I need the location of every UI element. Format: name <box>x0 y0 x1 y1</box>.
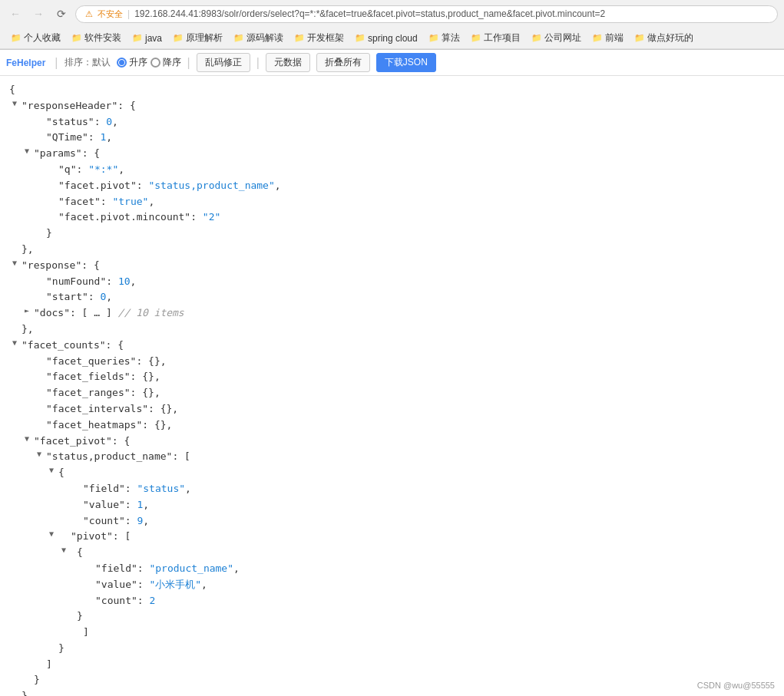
bookmark-springcloud[interactable]: 📁 spring cloud <box>350 31 422 45</box>
garbled-fix-button[interactable]: 乱码修正 <box>197 53 250 72</box>
bookmarks-bar: 📁 个人收藏 📁 软件安装 📁 java 📁 原理解析 📁 源码解读 📁 开发框… <box>0 28 784 49</box>
json-facetheatmaps-line: "facet_heatmaps": {}, <box>9 417 775 434</box>
folder-icon: 📁 <box>233 33 244 43</box>
sort-options: 升序 降序 <box>117 56 181 69</box>
reload-button[interactable]: ⟳ <box>52 5 71 23</box>
json-qtime-line: "QTime": 1, <box>9 130 775 146</box>
json-nested-count-line: "count": 2 <box>9 593 775 609</box>
back-button[interactable]: ← <box>6 5 25 23</box>
bookmark-frontend[interactable]: 📁 前端 <box>587 30 628 46</box>
json-facetcounts-line: ▼ "facet_counts": { <box>9 338 775 354</box>
json-facetintervals-line: "facet_intervals": {}, <box>9 401 775 417</box>
bookmark-label: 工作项目 <box>484 31 521 45</box>
folder-icon: 📁 <box>11 33 22 43</box>
collapse-pivotobj1-btn[interactable]: ▼ <box>46 465 57 476</box>
folder-icon: 📁 <box>592 33 603 43</box>
json-responseheader-close: }, <box>9 242 775 258</box>
bookmark-label: 公司网址 <box>544 31 581 45</box>
json-statuspname-close: ] <box>9 657 775 673</box>
json-innerpivot-line: ▼ "pivot": [ <box>9 529 775 545</box>
json-nested-field-line: "field": "product_name", <box>9 561 775 577</box>
security-icon: ⚠ <box>85 9 93 19</box>
folder-icon: 📁 <box>531 33 542 43</box>
json-pivot-obj1-open: ▼ { <box>9 465 775 481</box>
json-content-area: { ▼ "responseHeader": { "status": 0, "QT… <box>0 76 784 696</box>
folder-icon: 📁 <box>634 33 645 43</box>
collapse-innerpivot-btn[interactable]: ▼ <box>46 529 57 539</box>
json-facetpivot-section-line: ▼ "facet_pivot": { <box>9 434 775 450</box>
collapse-facetpivot-btn[interactable]: ▼ <box>22 434 32 444</box>
sort-desc-option[interactable]: 降序 <box>151 56 181 69</box>
json-innerpivot-close: ] <box>9 625 775 641</box>
security-warning-text: 不安全 <box>98 8 123 20</box>
json-facetpivotmincount-line: "facet.pivot.mincount": "2" <box>9 209 775 226</box>
bookmark-label: 原理解析 <box>186 31 223 45</box>
json-statuspname-line: ▼ "status,product_name": [ <box>9 449 775 465</box>
bookmark-workproject[interactable]: 📁 工作项目 <box>466 30 525 46</box>
expand-docs-btn[interactable]: ► <box>22 305 32 316</box>
folder-icon: 📁 <box>173 33 184 43</box>
bookmark-label: 源码解读 <box>246 31 283 45</box>
collapse-response-btn[interactable]: ▼ <box>9 258 20 269</box>
sort-asc-label: 升序 <box>129 56 147 69</box>
download-json-button[interactable]: 下载JSON <box>376 53 436 72</box>
sort-asc-radio[interactable] <box>117 58 127 68</box>
bookmark-source[interactable]: 📁 源码解读 <box>229 30 288 46</box>
forward-button[interactable]: → <box>29 5 48 23</box>
json-facetqueries-line: "facet_queries": {}, <box>9 354 775 370</box>
address-text: 192.168.244.41:8983/solr/orders/select?q… <box>134 8 605 19</box>
json-pivotobj1-close: } <box>9 641 775 657</box>
json-params-close: } <box>9 226 775 242</box>
json-facetcounts-close: } <box>9 688 775 696</box>
bookmark-algorithm[interactable]: 📁 算法 <box>424 30 465 46</box>
json-nestedpivot-open: ▼ { <box>9 545 775 561</box>
json-numfound-line: "numFound": 10, <box>9 274 775 290</box>
json-value-line: "value": 1, <box>9 497 775 513</box>
bookmark-principle[interactable]: 📁 原理解析 <box>168 30 227 46</box>
json-status-line: "status": 0, <box>9 114 775 130</box>
bookmark-company[interactable]: 📁 公司网址 <box>527 30 586 46</box>
bookmark-java[interactable]: 📁 java <box>127 31 167 45</box>
bookmark-label: 前端 <box>605 31 624 45</box>
folder-icon: 📁 <box>471 33 481 43</box>
folder-icon: 📁 <box>428 33 439 43</box>
json-line-open-brace: { <box>9 82 775 98</box>
collapse-all-button[interactable]: 折叠所有 <box>316 53 370 72</box>
bookmark-software[interactable]: 📁 软件安装 <box>67 30 126 46</box>
raw-data-button[interactable]: 元数据 <box>266 53 310 72</box>
json-q-line: "q": "*:*", <box>9 162 775 178</box>
collapse-responseheader-btn[interactable]: ▼ <box>9 98 20 109</box>
bookmark-fun[interactable]: 📁 做点好玩的 <box>630 30 698 46</box>
json-params-line: ▼ "params": { <box>9 146 775 162</box>
toolbar-separator2: | <box>187 56 190 70</box>
folder-icon: 📁 <box>71 33 82 43</box>
json-nested-value-line: "value": "小米手机", <box>9 577 775 593</box>
toolbar-separator3: | <box>256 56 260 70</box>
bookmark-devframework[interactable]: 📁 开发框架 <box>289 30 349 46</box>
json-facetfields-line: "facet_fields": {}, <box>9 369 775 385</box>
address-bar[interactable]: ⚠ 不安全 | 192.168.244.41:8983/solr/orders/… <box>75 5 778 23</box>
collapse-params-btn[interactable]: ▼ <box>22 146 32 157</box>
bookmark-label: 个人收藏 <box>24 31 61 45</box>
json-response-line: ▼ "response": { <box>9 258 775 274</box>
json-response-close: }, <box>9 322 775 338</box>
collapse-nestedpivot-btn[interactable]: ▼ <box>58 545 69 556</box>
json-facetpivot-line: "facet.pivot": "status,product_name", <box>9 178 775 194</box>
sort-asc-option[interactable]: 升序 <box>117 56 147 69</box>
json-nestedpivot-close: } <box>9 609 775 625</box>
bookmark-label: java <box>145 33 162 44</box>
collapse-facetcounts-btn[interactable]: ▼ <box>9 338 20 348</box>
folder-icon: 📁 <box>294 33 305 43</box>
bookmark-personal[interactable]: 📁 个人收藏 <box>6 30 65 46</box>
sort-desc-radio[interactable] <box>151 58 160 68</box>
watermark: CSDN @wu@55555 <box>697 681 775 690</box>
bookmark-label: 做点好玩的 <box>647 31 693 45</box>
collapse-statuspname-btn[interactable]: ▼ <box>34 449 45 460</box>
toolbar-separator: | <box>55 56 58 70</box>
bookmark-label: spring cloud <box>368 33 418 44</box>
json-start-line: "start": 0, <box>9 289 775 305</box>
sort-desc-label: 降序 <box>163 56 181 69</box>
json-responseheader-line: ▼ "responseHeader": { <box>9 98 775 114</box>
nav-bar: ← → ⟳ ⚠ 不安全 | 192.168.244.41:8983/solr/o… <box>0 0 784 28</box>
fehelper-toolbar: FeHelper | 排序：默认 升序 降序 | 乱码修正 | 元数据 折叠所有… <box>0 50 784 76</box>
